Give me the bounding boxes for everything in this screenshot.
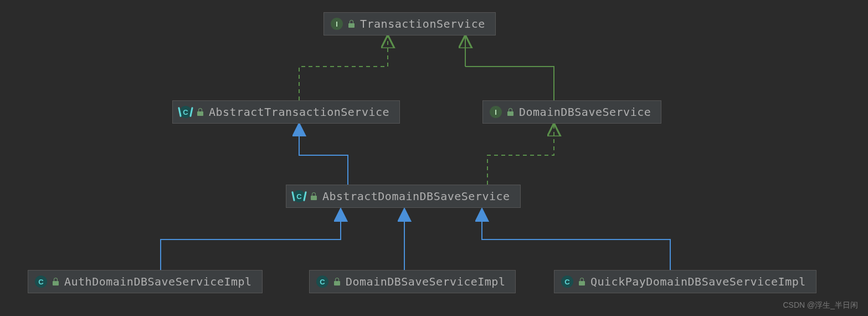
node-auth-domain-db-save-service-impl[interactable]: C AuthDomainDBSaveServiceImpl [28, 270, 263, 293]
class-badge-icon: C [35, 276, 47, 288]
lock-icon [311, 193, 317, 200]
node-abstract-domain-db-save-service[interactable]: C AbstractDomainDBSaveService [286, 185, 521, 208]
class-badge-icon: C [561, 276, 573, 288]
class-label: DomainDBSaveServiceImpl [346, 275, 505, 288]
node-abstract-transaction-service[interactable]: C AbstractTransactionService [172, 100, 400, 124]
class-label: AuthDomainDBSaveServiceImpl [64, 275, 252, 288]
abstract-class-badge-icon: C [293, 190, 305, 202]
class-label: TransactionService [360, 17, 485, 30]
lock-icon [197, 109, 203, 116]
connector-layer [0, 0, 868, 316]
class-label: QuickPayDomainDBSaveServiceImpl [590, 275, 806, 288]
interface-badge-icon: I [331, 18, 343, 30]
lock-icon [334, 278, 340, 286]
lock-icon [348, 21, 355, 28]
node-domain-db-save-service-impl[interactable]: C DomainDBSaveServiceImpl [309, 270, 516, 293]
class-label: AbstractTransactionService [209, 105, 389, 119]
abstract-class-badge-icon: C [179, 106, 192, 118]
lock-icon [579, 278, 585, 286]
lock-icon [507, 109, 513, 116]
class-label: DomainDBSaveService [519, 105, 651, 119]
node-quickpay-domain-db-save-service-impl[interactable]: C QuickPayDomainDBSaveServiceImpl [554, 270, 816, 293]
node-domain-db-save-service[interactable]: I DomainDBSaveService [482, 100, 661, 124]
watermark: CSDN @浮生_半日闲 [783, 300, 858, 310]
class-label: AbstractDomainDBSaveService [322, 190, 510, 203]
node-transaction-service[interactable]: I TransactionService [323, 12, 496, 35]
interface-badge-icon: I [490, 106, 502, 118]
lock-icon [53, 278, 59, 286]
class-badge-icon: C [316, 276, 328, 288]
